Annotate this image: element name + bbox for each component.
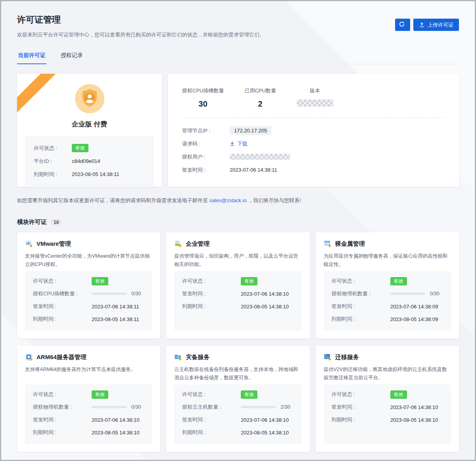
colon: : (352, 404, 355, 410)
corner-ribbon (17, 74, 58, 113)
module-info-panel: 许可状态 : 有效 授权CPU插槽数量 : 0/30 签发时间 : 2023-0… (25, 271, 152, 331)
expire-value: 2023-08-05 14:38:10 (390, 417, 438, 423)
module-info-panel: 许可状态 : 有效 签发时间 : 2023-07-06 14:38:10 到期时… (174, 271, 301, 331)
module-title: 企业管理 (186, 240, 209, 248)
module-info-panel: 许可状态 : 有效 签发时间 : 2023-07-06 14:38:10 到期时… (324, 384, 451, 444)
quota-progress: 0/30 (390, 291, 440, 296)
license-management-page: 许可证管理 欢迎来到云平台许可证管理中心，您可以查看所有已购买的许可证和它们的状… (0, 0, 476, 461)
status-label: 许可状态 (332, 278, 352, 284)
module-title: 迁移服务 (335, 354, 359, 361)
platform-id-value: c84d09e014 (72, 158, 100, 164)
note-prefix: 如您需要升级到其它版本或更新许可证，请将您的请求码和升级需求发送电子邮件至 (17, 197, 209, 203)
refresh-icon (399, 21, 407, 29)
version-value-redacted (297, 99, 333, 107)
quota-label: 授权云主机数量 (182, 404, 218, 410)
colon: : (69, 404, 72, 410)
arm64-chip-icon (25, 353, 33, 361)
tab-current-license[interactable]: 当前许可证 (17, 49, 46, 64)
colon: : (54, 278, 56, 284)
module-description: 为应用提供专属的物理服务器，保证核心应用的高性能和稳定性。 (324, 252, 451, 268)
colon: : (352, 391, 355, 397)
colon: : (203, 291, 205, 296)
colon: : (54, 417, 56, 423)
enterprise-icon (174, 240, 182, 248)
module-card-arm64: ARM64服务器管理 支持将ARM64的服务器作为计算节点来提供服务。 许可状态… (17, 346, 160, 452)
expire-time-row: 到期时间 : 2023-08-05 14:38:11 (34, 169, 145, 179)
expire-value: 2023-08-05 14:38:11 (92, 316, 139, 322)
license-info-box: 许可状态 : 有效 平台ID : c84d09e014 到期时间 : 2023-… (25, 136, 154, 186)
colon: : (203, 167, 205, 173)
download-request-code-link[interactable]: 下载 (230, 140, 248, 147)
issue-label: 签发时间 (332, 303, 352, 309)
version-stat: 版本 (297, 87, 333, 109)
sales-email-link[interactable]: sales@zstack.io (209, 197, 247, 203)
colon: : (54, 316, 56, 322)
colon: : (49, 158, 52, 164)
modules-count-badge: 10 (50, 219, 62, 226)
colon: : (218, 404, 221, 410)
license-edition: 企业版 付费 (25, 120, 154, 129)
module-info-panel: 许可状态 : 有效 授权物理机数量 : 0/30 签发时间 : 2023-07-… (324, 271, 451, 331)
quota-progress: 2/30 (241, 404, 290, 410)
cpu-socket-value: 30 (182, 99, 224, 109)
license-shield-badge-icon (75, 84, 104, 113)
auth-user-row: 授权用户 : (182, 152, 445, 162)
issue-value: 2023-07-06 14:38:10 (92, 417, 140, 423)
colon: : (203, 429, 205, 435)
colon: : (54, 303, 56, 309)
issue-label: 签发时间 (33, 303, 54, 309)
quota-label: 授权物理机数量 (332, 291, 368, 296)
module-info-panel: 许可状态 : 有效 授权物理机数量 : 0/30 签发时间 : 2023-07-… (25, 384, 152, 444)
auth-user-value-redacted (230, 154, 290, 160)
expire-value: 2023-08-05 14:38:10 (241, 304, 289, 310)
issue-value: 2023-07-06 14:38:10 (390, 404, 438, 410)
used-cpu-value: 2 (244, 99, 276, 109)
tab-auth-history[interactable]: 授权记录 (60, 49, 84, 64)
status-label: 许可状态 (182, 391, 203, 397)
module-info-panel: 许可状态 : 有效 授权云主机数量 : 2/30 签发时间 : 2023-07-… (174, 384, 301, 444)
quota-progress: 0/30 (92, 404, 141, 410)
expire-time-value: 2023-08-05 14:38:11 (72, 171, 119, 177)
expire-label: 到期时间 (332, 316, 352, 322)
issue-label: 签发时间 (182, 291, 203, 296)
cpu-socket-stat: 授权CPU插槽数量 30 (182, 87, 224, 109)
expire-value: 2023-08-05 14:38:10 (92, 430, 140, 436)
divider (182, 117, 445, 118)
issue-time-value: 2023-07-06 14:38:11 (230, 167, 277, 173)
issue-label: 签发时间 (182, 417, 203, 423)
upload-license-button[interactable]: 上传许可证 (413, 19, 459, 31)
status-badge: 有效 (72, 144, 88, 152)
vmware-icon (25, 240, 33, 248)
module-cards-grid: VMware管理 支持接管vCenter的全功能，为VMware的计算节点提供独… (17, 232, 459, 452)
page-title: 许可证管理 (17, 1, 459, 26)
quota-label: 授权CPU插槽数量 (33, 291, 75, 296)
status-badge: 有效 (92, 390, 108, 399)
request-code-label: 请求码 (182, 141, 198, 147)
used-cpu-label: 已用CPU数量 (244, 87, 276, 94)
colon: : (54, 145, 57, 151)
license-summary-card: 企业版 付费 许可状态 : 有效 平台ID : c84d09e014 到期时间 … (17, 74, 162, 187)
issue-label: 签发时间 (332, 404, 352, 410)
module-card-enterprise: 企业管理 提供管理项目，组织架构，用户，权限，以及云平台运营相关的功能。 许可状… (166, 232, 309, 339)
status-label: 许可状态 (33, 391, 54, 397)
request-code-row: 请求码 : 下载 (182, 139, 445, 149)
refresh-button[interactable] (395, 19, 410, 31)
module-card-vmware: VMware管理 支持接管vCenter的全功能，为VMware的计算节点提供独… (17, 232, 160, 339)
license-details-card: 授权CPU插槽数量 30 已用CPU数量 2 版本 管理节点IP : 1 (168, 74, 459, 187)
upload-button-label: 上传许可证 (428, 21, 453, 29)
issue-time-row: 签发时间 : 2023-07-06 14:38:11 (182, 165, 445, 175)
module-card-migration: 迁移服务 提供V2V的迁移功能，将其他虚拟环境的云主机系统及数据完整迁移至当前云… (316, 346, 459, 452)
status-badge: 有效 (390, 277, 407, 285)
colon: : (352, 278, 355, 284)
colon: : (203, 278, 205, 284)
status-label: 许可状态 (332, 391, 352, 397)
baremetal-icon (324, 240, 332, 248)
colon: : (54, 429, 56, 435)
upload-icon (419, 22, 425, 28)
quota-text: 0/30 (131, 291, 141, 296)
expire-label: 到期时间 (182, 303, 203, 309)
colon: : (203, 303, 205, 309)
issue-time-label: 签发时间 (182, 167, 203, 173)
module-title: ARM64服务器管理 (36, 354, 86, 361)
colon: : (368, 291, 370, 296)
